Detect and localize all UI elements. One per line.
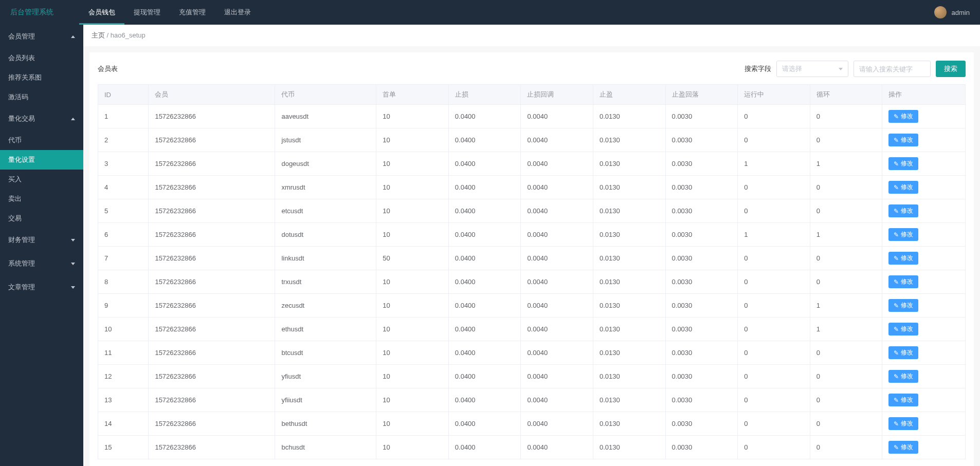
cell-action: ✎修改 — [882, 436, 966, 459]
edit-icon: ✎ — [894, 397, 899, 404]
cell-id: 8 — [98, 270, 149, 294]
cell-profit: 0.0130 — [593, 176, 665, 199]
edit-label: 修改 — [901, 443, 913, 452]
col-header-7: 止盈回落 — [665, 85, 738, 105]
cell-action: ✎修改 — [882, 388, 966, 412]
table-row: 1015726232866ethusdt100.04000.00400.0130… — [98, 318, 966, 341]
edit-button[interactable]: ✎修改 — [888, 323, 918, 335]
cell-running: 0 — [738, 412, 810, 436]
cell-first: 10 — [376, 388, 449, 412]
cell-id: 10 — [98, 318, 149, 341]
cell-profit: 0.0130 — [593, 128, 665, 152]
topnav-item-3[interactable]: 退出登录 — [215, 0, 260, 25]
edit-button[interactable]: ✎修改 — [888, 157, 918, 170]
edit-button[interactable]: ✎修改 — [888, 252, 918, 265]
edit-button[interactable]: ✎修改 — [888, 228, 918, 241]
cell-first: 10 — [376, 152, 449, 176]
search-field-select[interactable]: 请选择 — [776, 61, 848, 77]
cell-stop_cb: 0.0040 — [521, 294, 593, 318]
cell-stop: 0.0400 — [448, 294, 521, 318]
menu-item-1-1[interactable]: 量化设置 — [0, 150, 83, 170]
table-row: 1215726232866yfiusdt100.04000.00400.0130… — [98, 365, 966, 388]
cell-action: ✎修改 — [882, 223, 966, 247]
cell-profit_fb: 0.0030 — [665, 223, 738, 247]
edit-button[interactable]: ✎修改 — [888, 181, 918, 194]
edit-button[interactable]: ✎修改 — [888, 441, 918, 454]
cell-id: 5 — [98, 199, 149, 223]
menu-group-0[interactable]: 会员管理 — [0, 25, 83, 48]
cell-profit_fb: 0.0030 — [665, 436, 738, 459]
menu-item-0-2[interactable]: 激活码 — [0, 87, 83, 107]
topnav-item-0[interactable]: 会员钱包 — [79, 0, 124, 25]
menu-item-1-4[interactable]: 交易 — [0, 209, 83, 228]
edit-button[interactable]: ✎修改 — [888, 299, 918, 312]
menu-group-1[interactable]: 量化交易 — [0, 107, 83, 131]
menu-item-1-0[interactable]: 代币 — [0, 131, 83, 150]
menu-group-2[interactable]: 财务管理 — [0, 228, 83, 252]
edit-label: 修改 — [901, 396, 913, 404]
search-input[interactable] — [854, 61, 931, 77]
cell-id: 12 — [98, 365, 149, 388]
cell-stop: 0.0400 — [448, 412, 521, 436]
cell-member: 15726232866 — [149, 152, 275, 176]
edit-icon: ✎ — [894, 113, 899, 120]
topnav-item-2[interactable]: 充值管理 — [170, 0, 215, 25]
menu-item-0-0[interactable]: 会员列表 — [0, 48, 83, 68]
breadcrumb-sep: / — [105, 31, 111, 39]
cell-running: 0 — [738, 318, 810, 341]
edit-button[interactable]: ✎修改 — [888, 110, 918, 123]
cell-token: aaveusdt — [275, 105, 376, 128]
table-row: 615726232866dotusdt100.04000.00400.01300… — [98, 223, 966, 247]
topnav-item-1[interactable]: 提现管理 — [124, 0, 170, 25]
cell-running: 0 — [738, 105, 810, 128]
cell-profit_fb: 0.0030 — [665, 199, 738, 223]
cell-first: 10 — [376, 412, 449, 436]
col-header-4: 止损 — [448, 85, 521, 105]
cell-action: ✎修改 — [882, 412, 966, 436]
cell-profit: 0.0130 — [593, 223, 665, 247]
cell-token: etcusdt — [275, 199, 376, 223]
cell-profit: 0.0130 — [593, 152, 665, 176]
topbar-right: admin — [934, 6, 970, 18]
menu-item-0-1[interactable]: 推荐关系图 — [0, 68, 83, 87]
edit-icon: ✎ — [894, 373, 899, 380]
table-row: 915726232866zecusdt100.04000.00400.01300… — [98, 294, 966, 318]
avatar[interactable] — [934, 6, 947, 18]
chevron-down-icon — [71, 239, 75, 241]
edit-button[interactable]: ✎修改 — [888, 346, 918, 359]
cell-loop: 1 — [810, 318, 882, 341]
cell-stop_cb: 0.0040 — [521, 223, 593, 247]
cell-action: ✎修改 — [882, 199, 966, 223]
cell-member: 15726232866 — [149, 294, 275, 318]
edit-button[interactable]: ✎修改 — [888, 417, 918, 430]
cell-running: 0 — [738, 294, 810, 318]
content: 主页 / hao6_setup 会员表 搜索字段 请选择 搜索 ID会员代币首单… — [83, 25, 980, 466]
edit-button[interactable]: ✎修改 — [888, 134, 918, 146]
edit-label: 修改 — [901, 419, 913, 428]
menu-item-1-2[interactable]: 买入 — [0, 170, 83, 189]
chevron-up-icon — [71, 35, 75, 38]
cell-first: 10 — [376, 223, 449, 247]
cell-member: 15726232866 — [149, 318, 275, 341]
edit-button[interactable]: ✎修改 — [888, 370, 918, 383]
menu-item-1-3[interactable]: 卖出 — [0, 189, 83, 209]
edit-icon: ✎ — [894, 326, 899, 333]
menu-group-3[interactable]: 系统管理 — [0, 252, 83, 275]
cell-id: 14 — [98, 412, 149, 436]
cell-id: 2 — [98, 128, 149, 152]
cell-profit: 0.0130 — [593, 199, 665, 223]
cell-loop: 0 — [810, 365, 882, 388]
menu-group-4[interactable]: 文章管理 — [0, 275, 83, 299]
cell-token: zecusdt — [275, 294, 376, 318]
edit-button[interactable]: ✎修改 — [888, 394, 918, 406]
breadcrumb-home[interactable]: 主页 — [92, 31, 105, 39]
cell-token: dogeusdt — [275, 152, 376, 176]
username[interactable]: admin — [952, 9, 970, 16]
cell-stop_cb: 0.0040 — [521, 270, 593, 294]
edit-button[interactable]: ✎修改 — [888, 275, 918, 288]
edit-button[interactable]: ✎修改 — [888, 204, 918, 217]
cell-profit: 0.0130 — [593, 436, 665, 459]
col-header-9: 循环 — [810, 85, 882, 105]
search-button[interactable]: 搜索 — [936, 61, 966, 77]
table-row: 1315726232866yfiiusdt100.04000.00400.013… — [98, 388, 966, 412]
